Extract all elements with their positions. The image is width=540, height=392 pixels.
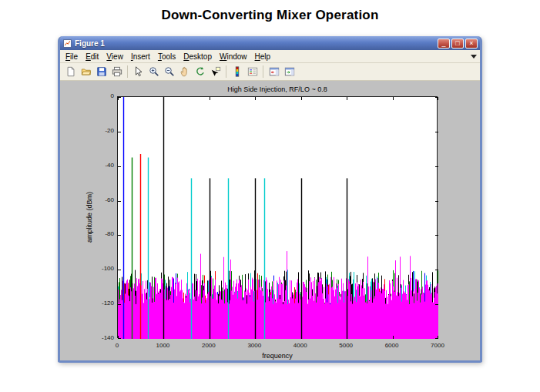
print-icon [112,66,122,77]
y-tick-label: -140 [89,334,114,341]
edit-plot-arrow-button[interactable] [131,65,146,79]
figure-window-icon [62,39,72,49]
open-folder-icon [81,66,92,77]
hide-plot-tools-icon [269,66,280,77]
maximize-button[interactable]: □ [451,39,464,49]
minimize-button[interactable]: _ [438,39,450,49]
spectrum-plot-canvas[interactable] [118,97,438,339]
figure-area: High Side Injection, RF/LO ~ 0.8 amplitu… [60,81,480,360]
rotate-3d-icon [195,66,206,77]
zoom-in-icon [149,66,159,77]
show-plot-tools-button[interactable] [282,65,297,79]
y-tick-label: -60 [89,196,114,203]
insert-legend-icon [247,66,258,77]
data-cursor-button[interactable] [208,65,223,79]
y-tick-label: -20 [89,127,114,134]
menu-item-help[interactable]: Help [251,52,275,62]
toolbar-separator [263,65,263,78]
save-button[interactable] [94,65,109,79]
page-title: Down-Converting Mixer Operation [0,0,540,23]
window-titlebar[interactable]: Figure 1 _ □ × [60,36,480,50]
y-tick-label: 0 [89,92,114,99]
menu-item-window[interactable]: Window [216,52,251,62]
x-tick-label: 6000 [381,342,404,349]
x-axis-label: frequency [117,352,438,360]
y-tick-label: -100 [89,265,114,272]
x-tick-label: 4000 [289,342,312,349]
new-document-button[interactable] [63,65,78,79]
rotate-3d-button[interactable] [193,65,207,79]
y-tick-label: -40 [89,162,114,169]
toolbar-separator [226,65,226,78]
toolbar [60,63,480,81]
plot-area[interactable] [117,96,438,338]
x-tick-label: 3000 [243,342,266,349]
window-controls: _ □ × [438,39,478,49]
toolbar-separator [127,65,128,78]
menu-item-tools[interactable]: Tools [154,52,179,62]
pan-hand-button[interactable] [177,65,192,79]
plot-title: High Side Injection, RF/LO ~ 0.8 [117,85,438,93]
menu-item-edit[interactable]: Edit [82,52,102,62]
zoom-in-button[interactable] [146,65,161,79]
menu-item-insert[interactable]: Insert [127,52,154,62]
x-tick-label: 2000 [197,342,220,349]
y-tick-label: -120 [89,300,114,307]
y-tick-label: -80 [89,230,114,237]
x-tick-label: 0 [106,342,129,349]
x-tick-label: 1000 [151,342,174,349]
menubar: FileEditViewInsertToolsDesktopWindowHelp [60,50,480,63]
menu-item-file[interactable]: File [62,52,82,62]
new-document-icon [65,66,76,77]
menu-item-desktop[interactable]: Desktop [179,52,216,62]
edit-plot-arrow-icon [133,66,144,77]
close-button[interactable]: × [465,39,478,49]
x-tick-label: 7000 [426,342,449,349]
window-title: Figure 1 [75,39,435,48]
data-cursor-icon [210,66,221,77]
figure-window: Figure 1 _ □ × FileEditViewInsertToolsDe… [58,36,482,363]
zoom-out-button[interactable] [162,65,176,79]
pan-hand-icon [179,66,190,77]
hide-plot-tools-button[interactable] [267,65,281,79]
menu-overflow-chevron-icon[interactable] [471,55,477,59]
page: Down-Converting Mixer Operation Figure 1… [0,0,540,392]
menu-item-view[interactable]: View [102,52,127,62]
x-tick-label: 5000 [334,342,357,349]
print-button[interactable] [109,65,124,79]
zoom-out-icon [164,66,175,77]
insert-colorbar-button[interactable] [230,65,244,79]
insert-colorbar-icon [232,66,243,77]
insert-legend-button[interactable] [245,65,260,79]
show-plot-tools-icon [284,66,295,77]
menu-items: FileEditViewInsertToolsDesktopWindowHelp [62,52,274,61]
save-icon [96,66,107,77]
open-folder-button[interactable] [79,65,93,79]
